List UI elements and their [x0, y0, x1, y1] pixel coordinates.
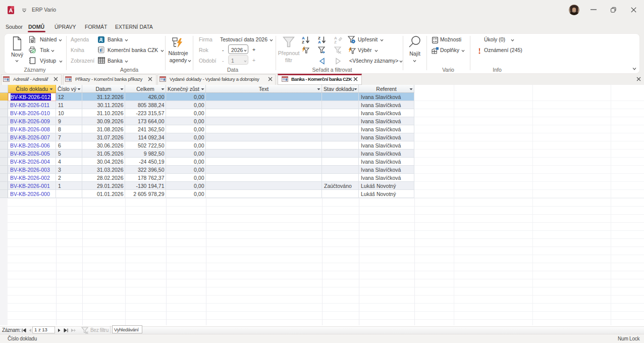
- svg-text:Z: Z: [302, 40, 304, 44]
- svg-text:A: A: [318, 40, 321, 44]
- svg-text:Z: Z: [334, 40, 337, 44]
